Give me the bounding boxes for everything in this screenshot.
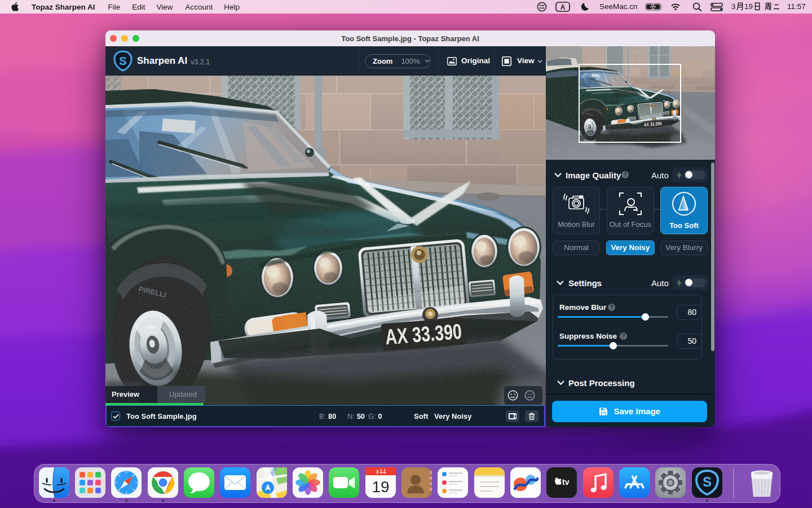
- svg-text:tv: tv: [562, 478, 570, 487]
- svg-text:19: 19: [372, 478, 389, 496]
- svg-text:S: S: [703, 474, 712, 489]
- svg-text:3: 3: [376, 469, 378, 475]
- svg-text:A: A: [561, 3, 566, 11]
